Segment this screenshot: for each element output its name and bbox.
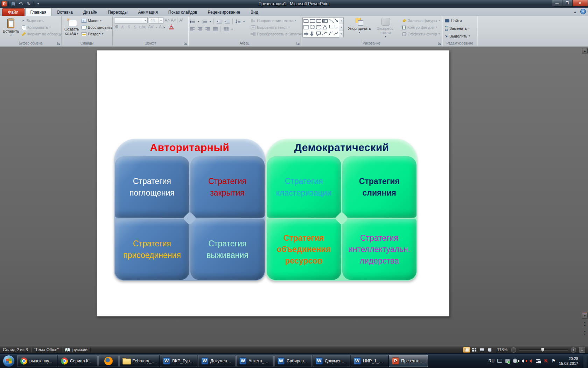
kaspersky-tray-icon[interactable]: K <box>543 358 549 364</box>
help-icon[interactable]: ? <box>580 9 586 14</box>
columns-icon[interactable] <box>223 27 229 31</box>
quick-styles-button[interactable]: Экспресс-стили ▾ <box>372 17 399 40</box>
spellcheck-icon[interactable] <box>65 348 70 352</box>
usb-tray-icon[interactable] <box>505 358 510 364</box>
taskbar-button-word-6[interactable]: WНИР_1_Ма... <box>351 355 388 367</box>
arrange-button[interactable]: Упорядочить ▾ <box>346 17 372 35</box>
volume-tray-icon[interactable] <box>520 358 526 364</box>
underline-button[interactable]: Ч <box>127 25 131 29</box>
slide-sorter-view-button[interactable] <box>471 347 478 353</box>
bullets-icon[interactable] <box>190 19 195 23</box>
reading-view-button[interactable] <box>478 347 485 353</box>
slide-canvas[interactable]: Авторитарный Стратегия поглощения Страте… <box>97 50 449 316</box>
dialog-launcher-icon[interactable] <box>184 42 187 45</box>
taskbar-button-powerpoint[interactable]: PПрезентац... <box>389 355 428 367</box>
strategy-cell[interactable]: Стратегия слияния <box>342 156 417 218</box>
section-button[interactable]: Раздел▾ <box>80 31 113 37</box>
change-case-button[interactable]: Aa▾ <box>159 25 166 29</box>
dialog-launcher-icon[interactable] <box>296 42 300 45</box>
show-desktop-button[interactable] <box>583 354 587 368</box>
tab-design[interactable]: Дизайн <box>78 8 102 16</box>
numbering-icon[interactable]: 123 <box>202 19 207 23</box>
strategy-cell[interactable]: Стратегия присоединения <box>115 219 189 280</box>
strategy-cell[interactable]: Стратегия выживания <box>190 219 265 280</box>
minimize-button[interactable]: — <box>552 0 562 7</box>
taskbar-button-folder[interactable]: February_2... <box>119 355 159 367</box>
grow-font-icon[interactable]: A˄ <box>164 18 170 23</box>
taskbar-button-word-1[interactable]: WВКР_Бурук... <box>160 355 197 367</box>
gallery-scrollbar[interactable]: ▲▼▼̲ <box>339 18 343 37</box>
select-button[interactable]: ➤Выделить▾ <box>444 33 471 39</box>
zoom-out-icon[interactable]: − <box>511 347 516 353</box>
shape-outline-button[interactable]: Контур фигуры▾ <box>401 25 441 30</box>
shrink-font-icon[interactable]: A˅ <box>171 18 176 23</box>
new-slide-button[interactable]: ✳ Создать слайд ▾ <box>63 17 80 37</box>
shapes-gallery[interactable]: ▲▼▼̲ <box>302 17 344 38</box>
close-button[interactable]: ✕ <box>572 0 588 7</box>
format-painter-button[interactable]: Формат по образцу <box>21 31 63 37</box>
layout-button[interactable]: Макет▾ <box>80 18 113 23</box>
strategy-cell[interactable]: Стратегия объединения ресурсов <box>267 219 341 280</box>
start-button[interactable] <box>1 354 17 368</box>
clear-formatting-icon[interactable]: A̸ <box>178 18 183 23</box>
shape-effects-button[interactable]: Эффекты фигур▾ <box>401 31 441 37</box>
taskbar-button-word-5[interactable]: WДокумент2... <box>313 355 350 367</box>
vertical-scrollbar[interactable]: ▲ ▼ ▲▲ ▼▼ <box>582 48 588 344</box>
zoom-slider-thumb[interactable] <box>541 348 544 352</box>
increase-indent-icon[interactable] <box>224 19 230 23</box>
previous-slide-button[interactable]: ▲▲ <box>582 320 588 328</box>
display-tray-icon[interactable] <box>497 358 503 364</box>
fit-to-window-icon[interactable]: ⛶ <box>579 347 585 353</box>
security-center-tray-icon[interactable] <box>512 358 518 364</box>
paste-button[interactable]: Вставить ▾ <box>1 17 21 38</box>
tab-transitions[interactable]: Переходы <box>103 8 132 16</box>
restore-button[interactable]: ❐ <box>562 0 572 7</box>
decrease-indent-icon[interactable] <box>216 19 222 23</box>
taskbar-button-firefox[interactable] <box>98 355 119 367</box>
panel-democratic[interactable]: Демократический Стратегия кластеризации … <box>266 139 417 281</box>
strategy-cell[interactable]: Стратегия интеллектуальн. лидерства <box>342 219 417 280</box>
dialog-launcher-icon[interactable] <box>57 42 61 45</box>
replace-button[interactable]: abacЗаменить▾ <box>444 25 471 32</box>
next-slide-button[interactable]: ▼▼ <box>582 329 588 337</box>
strikethrough-button[interactable]: abe <box>139 25 146 29</box>
tab-file[interactable]: Файл <box>2 8 24 16</box>
strategy-cell[interactable]: Стратегия кластеризации <box>267 156 341 218</box>
language-indicator[interactable]: русский <box>72 347 88 352</box>
slideshow-view-button[interactable] <box>486 347 493 353</box>
network-tray-icon[interactable] <box>536 358 541 364</box>
convert-smartart-button[interactable]: Преобразовать в SmartArt▾ <box>250 31 307 37</box>
font-size-combo[interactable]: 44▼ <box>149 17 163 23</box>
zoom-level[interactable]: 113% <box>497 347 507 352</box>
audio-manager-tray-icon[interactable] <box>528 358 533 364</box>
shape-fill-button[interactable]: Заливка фигуры▾ <box>401 18 441 23</box>
clock[interactable]: 20:28 15.02.2017 <box>559 356 580 366</box>
zoom-slider[interactable] <box>519 349 568 350</box>
align-right-icon[interactable] <box>205 27 210 31</box>
normal-view-button[interactable] <box>463 347 470 353</box>
scroll-up-icon[interactable]: ▲ <box>582 48 588 54</box>
language-switcher[interactable]: RU <box>489 359 495 363</box>
taskbar-button-word-4[interactable]: WСабирова ... <box>274 355 312 367</box>
text-direction-button[interactable]: A Направление текста▾ <box>250 18 307 23</box>
italic-button[interactable]: К <box>120 25 125 30</box>
taskbar-button-chrome-1[interactable]: рынок нау... <box>17 355 57 367</box>
tab-slideshow[interactable]: Показ слайдов <box>163 8 202 16</box>
zoom-in-icon[interactable]: + <box>571 347 576 353</box>
text-shadow-button[interactable]: S <box>133 25 138 30</box>
align-center-icon[interactable] <box>197 27 203 31</box>
theme-name[interactable]: "Тема Office" <box>34 347 59 352</box>
reset-button[interactable]: Восстановить <box>80 25 113 30</box>
tab-animations[interactable]: Анимация <box>133 8 162 16</box>
taskbar-button-chrome-2[interactable]: Сериал Кух... <box>58 355 98 367</box>
font-name-combo[interactable]: ▼ <box>114 17 148 23</box>
taskbar-button-word-2[interactable]: WДокумент1... <box>198 355 236 367</box>
character-spacing-button[interactable]: AV↔▾ <box>148 25 157 29</box>
cut-button[interactable]: ✂Вырезать <box>21 18 63 23</box>
justify-icon[interactable] <box>213 27 218 31</box>
tab-insert[interactable]: Вставка <box>52 8 78 16</box>
panel-authoritarian[interactable]: Авторитарный Стратегия поглощения Страте… <box>114 139 265 281</box>
action-center-flag-icon[interactable]: ⚑ <box>551 358 556 364</box>
line-spacing-icon[interactable] <box>235 19 241 23</box>
tab-view[interactable]: Вид <box>246 8 263 16</box>
